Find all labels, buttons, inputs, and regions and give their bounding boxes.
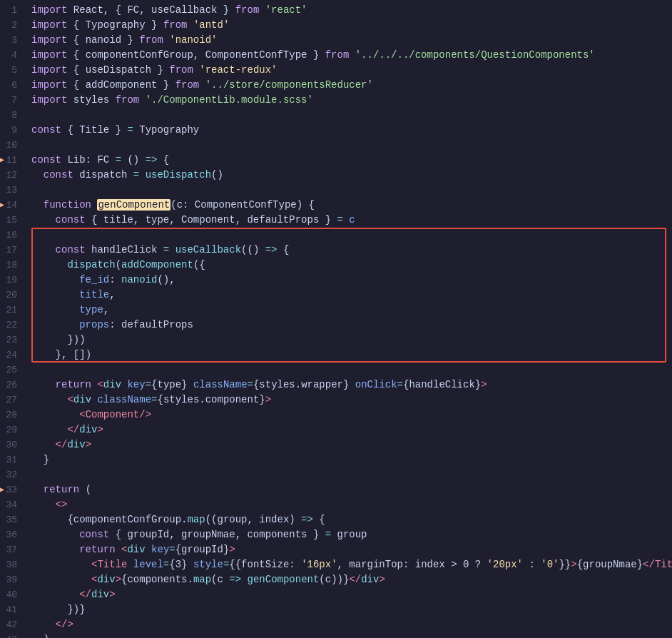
code-line: 15 const { title, type, Component, defau…	[0, 213, 672, 228]
line-content: </div>	[29, 587, 672, 602]
line-content: </div>	[29, 422, 672, 437]
line-number: 24	[6, 348, 29, 363]
line-number: 36	[6, 527, 29, 542]
line-number: 3	[6, 33, 29, 48]
line-number: 16	[6, 228, 29, 243]
line-number: 6	[6, 78, 29, 93]
code-line: 13	[0, 183, 672, 198]
line-content	[29, 138, 672, 153]
code-line: 42 </>	[0, 617, 672, 632]
line-content: const { Title } = Typography	[29, 123, 672, 138]
code-line: 25	[0, 363, 672, 378]
line-number: 21	[6, 303, 29, 318]
line-number: 20	[6, 288, 29, 303]
line-number: 40	[6, 587, 29, 602]
code-line: 19 fe_id: nanoid(),	[0, 273, 672, 288]
line-number: 34	[6, 497, 29, 512]
line-content: </>	[29, 617, 672, 632]
line-content: <Title level={3} style={{fontSize: '16px…	[29, 557, 672, 572]
code-line: 36 const { groupId, groupNmae, component…	[0, 527, 672, 542]
code-line: 21 type,	[0, 303, 672, 318]
code-line: ▶11const Lib: FC = () => {	[0, 153, 672, 168]
line-number: 23	[6, 333, 29, 348]
line-number: 15	[6, 213, 29, 228]
line-content: function genComponent(c: ComponentConfTy…	[29, 198, 672, 213]
line-content: )	[29, 632, 672, 638]
line-content	[29, 363, 672, 378]
line-number: 4	[6, 48, 29, 63]
line-number: 1	[6, 3, 29, 18]
line-number: 43	[6, 632, 29, 638]
line-content: }, [])	[29, 348, 672, 363]
code-line: 16	[0, 228, 672, 243]
line-number: 27	[6, 393, 29, 407]
line-number: 29	[6, 422, 29, 437]
line-number: 31	[6, 452, 29, 467]
line-number: 25	[6, 363, 29, 378]
code-line: 3import { nanoid } from 'nanoid'	[0, 33, 672, 48]
code-line: 10	[0, 138, 672, 153]
line-content: const handleClick = useCallback(() => {	[29, 243, 672, 258]
code-line: 27 <div className={styles.component}>	[0, 393, 672, 407]
line-number: 17	[6, 243, 29, 258]
line-number: 19	[6, 273, 29, 288]
line-number: 39	[6, 572, 29, 587]
code-line: 24 }, [])	[0, 348, 672, 363]
code-line: 39 <div>{components.map(c => genComponen…	[0, 572, 672, 587]
code-line: 22 props: defaultProps	[0, 318, 672, 333]
line-content: const Lib: FC = () => {	[29, 153, 672, 168]
line-content: dispatch(addComponent({	[29, 258, 672, 273]
line-number: 9	[6, 123, 29, 138]
line-number: 13	[6, 183, 29, 198]
line-content	[29, 467, 672, 482]
line-content: fe_id: nanoid(),	[29, 273, 672, 288]
line-content: })}	[29, 602, 672, 617]
line-content	[29, 183, 672, 198]
line-number: 41	[6, 602, 29, 617]
line-content: import { addComponent } from '../store/c…	[29, 78, 672, 93]
code-line: 18 dispatch(addComponent({	[0, 258, 672, 273]
code-line: 17 const handleClick = useCallback(() =>…	[0, 243, 672, 258]
code-line: 29 </div>	[0, 422, 672, 437]
code-line: 5import { useDispatch } from 'react-redu…	[0, 63, 672, 78]
line-number: 33	[6, 482, 29, 497]
code-editor: 1import React, { FC, useCallback } from …	[0, 0, 672, 638]
code-line: 31 }	[0, 452, 672, 467]
line-number: 38	[6, 557, 29, 572]
code-line: 8	[0, 108, 672, 123]
line-content: <Component/>	[29, 407, 672, 422]
code-line: ▶14 function genComponent(c: ComponentCo…	[0, 198, 672, 213]
code-line: 7import styles from './ComponentLib.modu…	[0, 93, 672, 108]
code-line: 23 }))	[0, 333, 672, 348]
line-content: props: defaultProps	[29, 318, 672, 333]
line-content: }))	[29, 333, 672, 348]
line-number: 28	[6, 407, 29, 422]
line-content: {componentConfGroup.map((group, index) =…	[29, 512, 672, 527]
line-number: 10	[6, 138, 29, 153]
line-number: 11	[6, 153, 29, 168]
line-number: 37	[6, 542, 29, 557]
code-line: 38 <Title level={3} style={{fontSize: '1…	[0, 557, 672, 572]
code-line: 4import { componentConfGroup, ComponentC…	[0, 48, 672, 63]
code-line: 41 })}	[0, 602, 672, 617]
code-line: 32	[0, 467, 672, 482]
line-content: const { title, type, Component, defaultP…	[29, 213, 672, 228]
line-number: 26	[6, 378, 29, 393]
line-number: 30	[6, 437, 29, 452]
code-line: 37 return <div key={groupId}>	[0, 542, 672, 557]
code-line: 28 <Component/>	[0, 407, 672, 422]
line-content: <div>{components.map(c => genComponent(c…	[29, 572, 672, 587]
line-content	[29, 108, 672, 123]
line-number: 42	[6, 617, 29, 632]
line-number: 35	[6, 512, 29, 527]
line-content: import { Typography } from 'antd'	[29, 18, 672, 33]
line-content: return <div key={type} className={styles…	[29, 378, 672, 393]
code-line: 35 {componentConfGroup.map((group, index…	[0, 512, 672, 527]
code-line: 43 )	[0, 632, 672, 638]
line-content: import React, { FC, useCallback } from '…	[29, 3, 672, 18]
line-number: 7	[6, 93, 29, 108]
line-content: const { groupId, groupNmae, components }…	[29, 527, 672, 542]
code-line: 34 <>	[0, 497, 672, 512]
code-line: 9const { Title } = Typography	[0, 123, 672, 138]
line-content: return (	[29, 482, 672, 497]
